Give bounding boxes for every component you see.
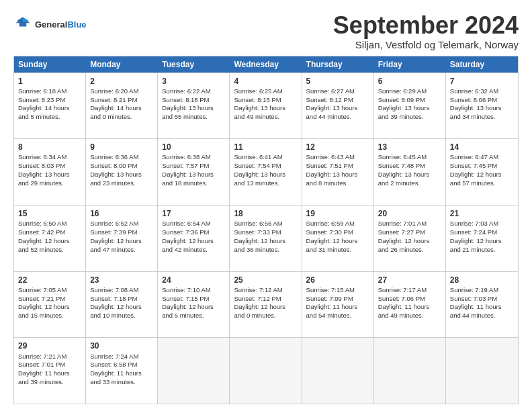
cell-info: Sunrise: 7:05 AMSunset: 7:21 PMDaylight:… [18, 286, 81, 320]
calendar-cell [230, 338, 302, 404]
day-number: 15 [18, 208, 81, 219]
cell-info: Sunrise: 6:52 AMSunset: 7:39 PMDaylight:… [90, 220, 153, 254]
calendar-cell: 7Sunrise: 6:32 AMSunset: 8:06 PMDaylight… [446, 73, 518, 139]
cell-info: Sunrise: 6:38 AMSunset: 7:57 PMDaylight:… [162, 153, 225, 187]
title-block: September 2024 Siljan, Vestfold og Telem… [333, 12, 519, 50]
day-number: 4 [234, 76, 297, 87]
day-number: 7 [450, 76, 514, 87]
day-number: 24 [162, 275, 225, 285]
cell-info: Sunrise: 7:12 AMSunset: 7:12 PMDaylight:… [234, 286, 297, 320]
header-saturday: Saturday [446, 56, 518, 73]
calendar-cell: 23Sunrise: 7:08 AMSunset: 7:18 PMDayligh… [86, 272, 158, 338]
cell-info: Sunrise: 7:15 AMSunset: 7:09 PMDaylight:… [306, 286, 369, 320]
cell-info: Sunrise: 7:19 AMSunset: 7:03 PMDaylight:… [450, 286, 514, 320]
calendar-cell: 26Sunrise: 7:15 AMSunset: 7:09 PMDayligh… [302, 272, 374, 338]
day-number: 22 [18, 275, 81, 285]
cell-info: Sunrise: 7:03 AMSunset: 7:24 PMDaylight:… [450, 220, 514, 254]
day-number: 16 [90, 208, 153, 219]
calendar-cell: 10Sunrise: 6:38 AMSunset: 7:57 PMDayligh… [158, 139, 230, 205]
calendar-cell [446, 338, 518, 404]
day-number: 23 [90, 275, 153, 285]
calendar-cell: 9Sunrise: 6:36 AMSunset: 8:00 PMDaylight… [86, 139, 158, 205]
cell-info: Sunrise: 7:24 AMSunset: 6:58 PMDaylight:… [90, 353, 153, 387]
cell-info: Sunrise: 6:36 AMSunset: 8:00 PMDaylight:… [90, 153, 153, 187]
day-number: 28 [450, 275, 514, 285]
day-number: 27 [378, 275, 441, 285]
calendar-cell: 15Sunrise: 6:50 AMSunset: 7:42 PMDayligh… [14, 205, 86, 271]
day-number: 26 [306, 275, 369, 285]
day-number: 17 [162, 208, 225, 219]
day-number: 20 [378, 208, 441, 219]
cell-info: Sunrise: 6:50 AMSunset: 7:42 PMDaylight:… [18, 220, 81, 254]
calendar-cell: 29Sunrise: 7:21 AMSunset: 7:01 PMDayligh… [14, 338, 86, 404]
cell-info: Sunrise: 6:25 AMSunset: 8:15 PMDaylight:… [234, 87, 297, 122]
header-tuesday: Tuesday [158, 56, 230, 73]
day-number: 6 [378, 76, 441, 87]
calendar-cell: 24Sunrise: 7:10 AMSunset: 7:15 PMDayligh… [158, 272, 230, 338]
cell-info: Sunrise: 6:54 AMSunset: 7:36 PMDaylight:… [162, 220, 225, 254]
day-number: 25 [234, 275, 297, 285]
cell-info: Sunrise: 6:18 AMSunset: 8:23 PMDaylight:… [18, 87, 81, 122]
calendar-cell: 25Sunrise: 7:12 AMSunset: 7:12 PMDayligh… [230, 272, 302, 338]
calendar-cell: 4Sunrise: 6:25 AMSunset: 8:15 PMDaylight… [230, 73, 302, 139]
calendar-cell [158, 338, 230, 404]
day-number: 5 [306, 76, 369, 87]
calendar-cell [374, 338, 446, 404]
cell-info: Sunrise: 7:10 AMSunset: 7:15 PMDaylight:… [162, 286, 225, 320]
calendar-cell: 12Sunrise: 6:43 AMSunset: 7:51 PMDayligh… [302, 139, 374, 205]
calendar-cell: 16Sunrise: 6:52 AMSunset: 7:39 PMDayligh… [86, 205, 158, 271]
day-number: 2 [90, 76, 153, 87]
day-number: 1 [18, 76, 81, 87]
cell-info: Sunrise: 6:20 AMSunset: 8:21 PMDaylight:… [90, 87, 153, 122]
day-number: 13 [378, 142, 441, 152]
page: GeneralBlue September 2024 Siljan, Vestf… [0, 0, 532, 411]
cell-info: Sunrise: 6:59 AMSunset: 7:30 PMDaylight:… [306, 220, 369, 254]
calendar-cell: 20Sunrise: 7:01 AMSunset: 7:27 PMDayligh… [374, 205, 446, 271]
calendar-cell: 19Sunrise: 6:59 AMSunset: 7:30 PMDayligh… [302, 205, 374, 271]
calendar-cell: 28Sunrise: 7:19 AMSunset: 7:03 PMDayligh… [446, 272, 518, 338]
calendar-cell: 1Sunrise: 6:18 AMSunset: 8:23 PMDaylight… [14, 73, 86, 139]
cell-info: Sunrise: 6:45 AMSunset: 7:48 PMDaylight:… [378, 153, 441, 187]
calendar-cell: 13Sunrise: 6:45 AMSunset: 7:48 PMDayligh… [374, 139, 446, 205]
svg-marker-1 [23, 17, 29, 22]
calendar-cell [302, 338, 374, 404]
cell-info: Sunrise: 6:41 AMSunset: 7:54 PMDaylight:… [234, 153, 297, 187]
calendar-cell: 2Sunrise: 6:20 AMSunset: 8:21 PMDaylight… [86, 73, 158, 139]
calendar: Sunday Monday Tuesday Wednesday Thursday… [13, 56, 519, 404]
calendar-cell: 6Sunrise: 6:29 AMSunset: 8:09 PMDaylight… [374, 73, 446, 139]
day-number: 10 [162, 142, 225, 152]
day-number: 9 [90, 142, 153, 152]
day-number: 30 [90, 340, 153, 351]
day-number: 18 [234, 208, 297, 219]
day-number: 19 [306, 208, 369, 219]
header: GeneralBlue September 2024 Siljan, Vestf… [13, 12, 519, 50]
calendar-row: 22Sunrise: 7:05 AMSunset: 7:21 PMDayligh… [14, 271, 518, 338]
day-number: 29 [18, 340, 81, 351]
calendar-body: 1Sunrise: 6:18 AMSunset: 8:23 PMDaylight… [14, 73, 518, 404]
calendar-cell: 17Sunrise: 6:54 AMSunset: 7:36 PMDayligh… [158, 205, 230, 271]
calendar-row: 29Sunrise: 7:21 AMSunset: 7:01 PMDayligh… [14, 337, 518, 404]
logo-icon [13, 15, 32, 34]
month-title: September 2024 [333, 12, 519, 39]
header-monday: Monday [86, 56, 158, 73]
header-wednesday: Wednesday [230, 56, 302, 73]
day-number: 8 [18, 142, 81, 152]
cell-info: Sunrise: 6:29 AMSunset: 8:09 PMDaylight:… [378, 87, 441, 122]
calendar-cell: 22Sunrise: 7:05 AMSunset: 7:21 PMDayligh… [14, 272, 86, 338]
calendar-cell: 14Sunrise: 6:47 AMSunset: 7:45 PMDayligh… [446, 139, 518, 205]
calendar-cell: 3Sunrise: 6:22 AMSunset: 8:18 PMDaylight… [158, 73, 230, 139]
calendar-header: Sunday Monday Tuesday Wednesday Thursday… [14, 56, 518, 73]
cell-info: Sunrise: 7:08 AMSunset: 7:18 PMDaylight:… [90, 286, 153, 320]
calendar-cell: 21Sunrise: 7:03 AMSunset: 7:24 PMDayligh… [446, 205, 518, 271]
header-friday: Friday [374, 56, 446, 73]
header-sunday: Sunday [14, 56, 86, 73]
cell-info: Sunrise: 6:47 AMSunset: 7:45 PMDaylight:… [450, 153, 514, 187]
calendar-cell: 11Sunrise: 6:41 AMSunset: 7:54 PMDayligh… [230, 139, 302, 205]
calendar-cell: 18Sunrise: 6:56 AMSunset: 7:33 PMDayligh… [230, 205, 302, 271]
day-number: 14 [450, 142, 514, 152]
calendar-row: 1Sunrise: 6:18 AMSunset: 8:23 PMDaylight… [14, 73, 518, 139]
header-thursday: Thursday [302, 56, 374, 73]
day-number: 11 [234, 142, 297, 152]
cell-info: Sunrise: 6:43 AMSunset: 7:51 PMDaylight:… [306, 153, 369, 187]
cell-info: Sunrise: 6:56 AMSunset: 7:33 PMDaylight:… [234, 220, 297, 254]
